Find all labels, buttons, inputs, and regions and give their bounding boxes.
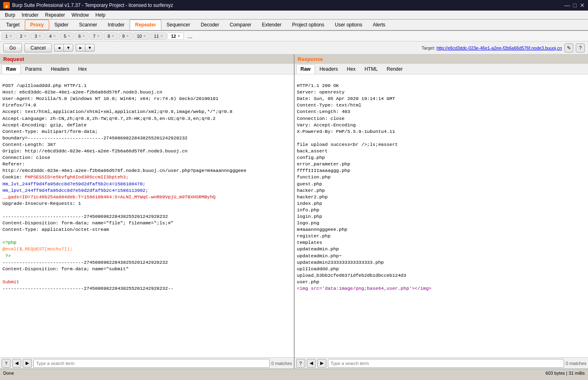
request-title: Request bbox=[0, 54, 294, 64]
target-prefix: Target: bbox=[421, 46, 435, 50]
tab-spider[interactable]: Spider bbox=[49, 20, 74, 30]
toolbar: Go Cancel ◄ ▼ ► ▼ Target: http://e6cd3dd… bbox=[0, 41, 588, 54]
cancel-button[interactable]: Cancel bbox=[24, 43, 52, 52]
response-code-area[interactable]: HTTP/1.1 200 OK Server: openresty Date: … bbox=[295, 74, 588, 357]
back-dropdown-button[interactable]: ▼ bbox=[63, 44, 73, 52]
top-tab-bar: Target Proxy Spider Scanner Intruder Rep… bbox=[0, 20, 588, 31]
title-bar-left: 🔥 Burp Suite Professional v1.7.37 - Temp… bbox=[3, 2, 173, 9]
num-tab-2[interactable]: 2 × bbox=[16, 33, 30, 40]
tab-alerts[interactable]: Alerts bbox=[367, 20, 391, 30]
request-panel: Request Raw Params Headers Hex POST /upl… bbox=[0, 54, 295, 369]
tab-scanner[interactable]: Scanner bbox=[74, 20, 102, 30]
response-title: Response bbox=[295, 54, 588, 64]
response-tab-raw[interactable]: Raw bbox=[296, 64, 315, 74]
request-tab-raw[interactable]: Raw bbox=[2, 64, 21, 74]
back-button[interactable]: ◄ bbox=[54, 44, 63, 52]
maximize-button[interactable]: □ bbox=[573, 2, 577, 9]
tab-project-options[interactable]: Project options bbox=[287, 20, 330, 30]
tab-target[interactable]: Target bbox=[1, 20, 25, 30]
num-tab-12[interactable]: 12 × bbox=[167, 33, 184, 40]
response-search-next[interactable]: ▶ bbox=[317, 359, 326, 368]
response-search-bar: ? ◀ ▶ 0 matches bbox=[295, 357, 588, 369]
tab-proxy[interactable]: Proxy bbox=[25, 20, 49, 30]
num-tab-1[interactable]: 1 × bbox=[2, 33, 15, 40]
menu-window[interactable]: Window bbox=[68, 11, 92, 19]
request-body: POST /uplIloadddd.php HTTP/1.1 Host: e6c… bbox=[0, 74, 294, 357]
num-tab-8[interactable]: 8 × bbox=[104, 33, 118, 40]
num-tab-7[interactable]: 7 × bbox=[89, 33, 103, 40]
status-bar: Done 603 bytes | 31 millis bbox=[0, 369, 588, 377]
num-tab-11[interactable]: 11 × bbox=[150, 33, 167, 40]
forward-nav-group[interactable]: ► ▼ bbox=[76, 44, 95, 52]
req-line-1: POST /uplIloadddd.php HTTP/1.1 Host: e6c… bbox=[2, 83, 246, 291]
num-tab-4[interactable]: 4 × bbox=[46, 33, 59, 40]
close-button[interactable]: ✕ bbox=[580, 2, 585, 9]
tab-user-options[interactable]: User options bbox=[330, 20, 367, 30]
title-bar-text: Burp Suite Professional v1.7.37 - Tempor… bbox=[12, 2, 173, 8]
resp-content: HTTP/1.1 200 OK Server: openresty Date: … bbox=[297, 83, 432, 291]
response-search-help[interactable]: ? bbox=[296, 359, 305, 368]
response-search-prev[interactable]: ◀ bbox=[307, 359, 316, 368]
status-info: 603 bytes | 31 millis bbox=[546, 371, 585, 376]
tab-intruder[interactable]: Intruder bbox=[102, 20, 130, 30]
response-search-input[interactable] bbox=[328, 359, 564, 368]
help-button[interactable]: ? bbox=[576, 43, 585, 52]
response-tab-headers[interactable]: Headers bbox=[315, 64, 342, 74]
back-nav-group[interactable]: ◄ ▼ bbox=[54, 44, 73, 52]
response-tab-render[interactable]: Render bbox=[382, 64, 407, 74]
response-tabs: Raw Headers Hex HTML Render bbox=[295, 64, 588, 74]
num-tab-10[interactable]: 10 × bbox=[133, 33, 150, 40]
response-tab-hex[interactable]: Hex bbox=[343, 64, 360, 74]
target-label: Target: http://e6cd3ddc-023e-46e1-a2ee-f… bbox=[421, 46, 562, 50]
title-bar-controls[interactable]: — □ ✕ bbox=[564, 2, 585, 9]
title-bar: 🔥 Burp Suite Professional v1.7.37 - Temp… bbox=[0, 0, 588, 11]
target-url[interactable]: http://e6cd3ddc-023e-46e1-a2ee-f2b6a66d5… bbox=[436, 46, 562, 50]
request-search-bar: ? ◀ ▶ 0 matches bbox=[0, 357, 294, 369]
tab-decoder[interactable]: Decoder bbox=[195, 20, 224, 30]
response-tab-html[interactable]: HTML bbox=[360, 64, 382, 74]
num-tab-more[interactable]: ... bbox=[184, 32, 196, 40]
minimize-button[interactable]: — bbox=[564, 2, 570, 9]
response-body: HTTP/1.1 200 OK Server: openresty Date: … bbox=[295, 74, 588, 357]
menu-intruder[interactable]: Intruder bbox=[18, 11, 41, 19]
request-tab-headers[interactable]: Headers bbox=[46, 64, 74, 74]
request-tab-hex[interactable]: Hex bbox=[74, 64, 91, 74]
tab-extender[interactable]: Extender bbox=[257, 20, 287, 30]
tab-sequencer[interactable]: Sequencer bbox=[161, 20, 195, 30]
menu-repeater[interactable]: Repeater bbox=[42, 11, 68, 19]
request-search-next[interactable]: ▶ bbox=[23, 359, 32, 368]
num-tab-6[interactable]: 6 × bbox=[75, 33, 89, 40]
num-tab-bar: 1 × 2 × 3 × 4 × 5 × 6 × 7 × 8 × 9 × 10 ×… bbox=[0, 31, 588, 41]
num-tab-3[interactable]: 3 × bbox=[31, 33, 45, 40]
request-search-matches: 0 matches bbox=[271, 361, 292, 366]
menu-bar: Burp Intruder Repeater Window Help bbox=[0, 11, 588, 20]
status-text: Done bbox=[3, 371, 14, 376]
menu-burp[interactable]: Burp bbox=[2, 11, 18, 19]
tab-repeater[interactable]: Repeater bbox=[130, 20, 161, 30]
response-search-matches: 0 matches bbox=[566, 361, 586, 366]
menu-help[interactable]: Help bbox=[92, 11, 109, 19]
response-panel: Response Raw Headers Hex HTML Render HTT… bbox=[295, 54, 588, 369]
forward-dropdown-button[interactable]: ▼ bbox=[85, 44, 95, 52]
request-tabs: Raw Params Headers Hex bbox=[0, 64, 294, 74]
tab-comparer[interactable]: Comparer bbox=[224, 20, 256, 30]
request-search-help[interactable]: ? bbox=[2, 359, 11, 368]
main-area: Request Raw Params Headers Hex POST /upl… bbox=[0, 54, 588, 369]
app-icon: 🔥 bbox=[3, 2, 10, 9]
request-tab-params[interactable]: Params bbox=[21, 64, 46, 74]
num-tab-5[interactable]: 5 × bbox=[60, 33, 74, 40]
request-search-input[interactable] bbox=[33, 359, 270, 368]
request-search-prev[interactable]: ◀ bbox=[12, 359, 21, 368]
forward-button[interactable]: ► bbox=[76, 44, 85, 52]
num-tab-9[interactable]: 9 × bbox=[119, 33, 132, 40]
request-code-area[interactable]: POST /uplIloadddd.php HTTP/1.1 Host: e6c… bbox=[0, 74, 294, 357]
edit-target-button[interactable]: ✎ bbox=[564, 43, 573, 52]
go-button[interactable]: Go bbox=[3, 43, 22, 52]
